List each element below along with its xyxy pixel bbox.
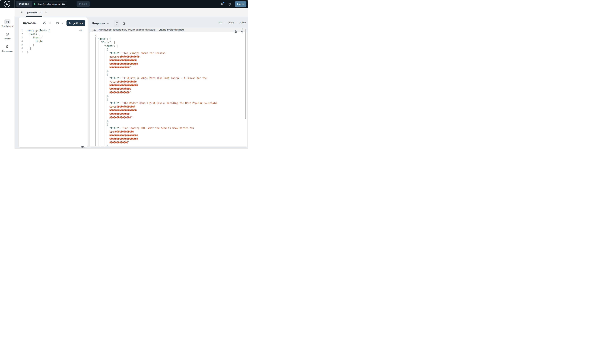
- code-line: {: [95, 73, 244, 77]
- announcements-button[interactable]: [221, 2, 224, 6]
- invisible-character-run: ���������������: [109, 88, 131, 90]
- code-line: "title": "Car Leasing 101: What You Need…: [95, 126, 244, 130]
- code-line: ��������������": [95, 66, 244, 69]
- code-line: ��������������������: [95, 62, 244, 66]
- invisible-character-run: ���������������: [109, 116, 131, 119]
- response-header: Response 200 712ms 1.4KB: [90, 17, 247, 27]
- environment-badge[interactable]: SANDBOX: [16, 1, 32, 7]
- download-response-icon[interactable]: [240, 30, 243, 34]
- code-file-icon: [4, 19, 11, 24]
- code-line[interactable]: 6 }: [19, 47, 88, 50]
- code-line: �������������������: [95, 59, 244, 62]
- code-line: Goods�������������: [95, 105, 244, 109]
- schema-graph-icon: [4, 32, 11, 37]
- sidebar-item-schema[interactable]: Schema: [0, 32, 15, 40]
- topbar-right: ? Log in: [221, 0, 246, 8]
- line-number: 2: [19, 32, 27, 36]
- notification-dot: [223, 2, 224, 3]
- tab-overflow-icon[interactable]: »: [21, 10, 22, 13]
- code-line[interactable]: 7}: [19, 50, 88, 54]
- warning-triangle-icon: [93, 28, 96, 31]
- response-title: Response: [92, 22, 105, 25]
- code-line: ���������������": [95, 116, 244, 119]
- line-number: 1: [19, 29, 27, 32]
- invisible-character-run: �������������: [109, 141, 128, 144]
- code-line: "Posts": {: [95, 41, 244, 44]
- code-line: },: [95, 94, 244, 98]
- editor-options-icon[interactable]: •••: [80, 29, 82, 32]
- connection-status-dot: [34, 3, 35, 5]
- copy-response-icon[interactable]: [234, 30, 237, 34]
- apollo-sandbox-app: A SANDBOX https://graphql.prepr.io/ Publ…: [0, 0, 248, 149]
- tree-view-icon[interactable]: [114, 20, 119, 26]
- code-line: �������������������: [95, 108, 244, 112]
- response-bottom-edge: [90, 146, 247, 147]
- tab-close-icon[interactable]: ✕: [39, 11, 41, 13]
- code-line: },: [95, 69, 244, 73]
- sidebar-item-development[interactable]: Development: [0, 19, 15, 27]
- response-json[interactable]: { "data": { "Posts": { "items": [ { "tit…: [95, 34, 244, 147]
- code-line: {: [95, 34, 244, 37]
- response-size: 1.4KB: [240, 21, 246, 24]
- warning-text: This document contains many invisible un…: [97, 28, 155, 31]
- code-line[interactable]: 2 Posts {: [19, 32, 88, 36]
- code-line: ��������������������: [95, 134, 244, 137]
- status-code: 200: [218, 21, 222, 24]
- code-line: "items": [: [95, 44, 244, 48]
- line-number: 3: [19, 36, 27, 39]
- login-button[interactable]: Log in: [235, 1, 246, 7]
- invisible-character-run: �������������: [115, 130, 134, 133]
- active-tab-underline: [26, 16, 42, 17]
- invisible-character-run: ��������������: [109, 66, 129, 69]
- add-tab-button[interactable]: +: [45, 11, 47, 14]
- code-line[interactable]: 4 title: [19, 39, 88, 43]
- response-scrollbar[interactable]: [245, 29, 246, 119]
- table-view-icon[interactable]: [121, 20, 127, 26]
- save-chevron-down-icon[interactable]: [62, 23, 64, 24]
- run-operation-button[interactable]: getPosts: [67, 20, 85, 26]
- operation-panel: Operation: [19, 17, 88, 147]
- sidebar-item-governance[interactable]: Governance: [0, 44, 15, 52]
- line-number: 5: [19, 43, 27, 47]
- save-icon[interactable]: [56, 21, 59, 25]
- topbar: A SANDBOX https://graphql.prepr.io/ Publ…: [0, 0, 248, 8]
- code-line: ��������������": [95, 91, 244, 94]
- share-chevron-down-icon[interactable]: [49, 23, 51, 24]
- disable-invisible-highlight-link[interactable]: Disable Invisible Highlight: [159, 28, 184, 31]
- invisible-character-run: �������������������: [109, 109, 137, 112]
- publish-button[interactable]: Publish: [77, 1, 90, 7]
- endpoint-url-input[interactable]: https://graphql.prepr.io/: [37, 3, 60, 5]
- response-chevron-down-icon[interactable]: [107, 23, 109, 24]
- code-line: Future�������������: [95, 80, 244, 84]
- line-number: 6: [19, 47, 27, 50]
- invisible-character-run: �������������: [121, 55, 139, 58]
- gear-icon[interactable]: [62, 3, 65, 6]
- response-stats: 200 712ms 1.4KB: [218, 21, 246, 24]
- close-response-icon[interactable]: ✕: [242, 28, 243, 30]
- tab-getposts[interactable]: getPosts ✕: [26, 8, 42, 17]
- endpoint-url-segment: https://graphql.prepr.io/: [32, 1, 67, 7]
- code-line[interactable]: 5 }: [19, 43, 88, 47]
- invisible-character-run: ��������������������: [109, 137, 138, 140]
- code-line: "title": "T-Shirts in 2025: More Than Ju…: [95, 77, 244, 80]
- sidebar: Development Schema: [0, 8, 15, 149]
- share-icon[interactable]: [43, 21, 46, 25]
- apollo-logo[interactable]: A: [4, 1, 10, 7]
- operation-header: Operation: [19, 17, 88, 29]
- apollo-logo-letter: A: [4, 1, 10, 7]
- keyboard-shortcuts-icon[interactable]: [81, 145, 84, 149]
- sidebar-item-label: Schema: [4, 38, 11, 40]
- code-line: �������������": [95, 141, 244, 144]
- line-number: 4: [19, 39, 27, 43]
- response-duration: 712ms: [228, 21, 234, 24]
- code-line: ���������������: [95, 87, 244, 91]
- code-line: debunked�������������: [95, 55, 244, 59]
- code-line[interactable]: 3 items {: [19, 36, 88, 39]
- response-panel: This document contains many invisible un…: [90, 27, 247, 147]
- line-number: 7: [19, 50, 27, 54]
- help-icon[interactable]: ?: [228, 3, 231, 6]
- operation-editor[interactable]: 1query getPosts {2 Posts {3 items {4 tit…: [19, 29, 88, 54]
- code-line[interactable]: 1query getPosts {: [19, 29, 88, 32]
- invisible-character-run: ��������������������: [109, 134, 138, 137]
- code-line: ��������������������: [95, 137, 244, 141]
